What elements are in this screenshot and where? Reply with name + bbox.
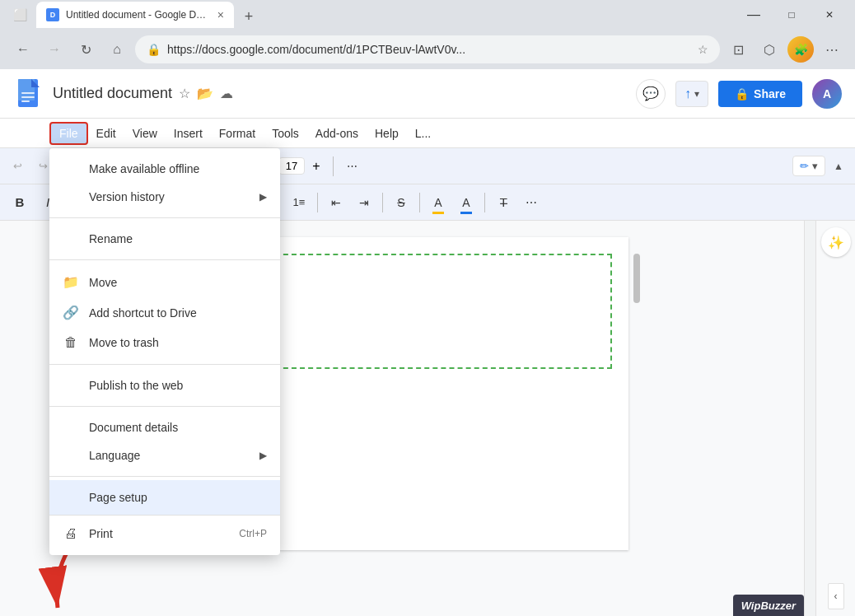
reload-button[interactable]: ↻ xyxy=(72,36,99,63)
collapse-toolbar-button[interactable]: ▲ xyxy=(829,156,848,176)
cloud-save-icon: ☁ xyxy=(220,86,233,101)
user-avatar[interactable]: A xyxy=(812,79,842,109)
outdent-button[interactable]: ⇤ xyxy=(323,189,349,216)
bold-button[interactable]: B xyxy=(7,189,33,216)
more-format-button[interactable]: ⋯ xyxy=(518,189,544,216)
move-to-button[interactable]: ↑ ▾ xyxy=(675,81,708,107)
active-tab[interactable]: D Untitled document - Google Doc... × xyxy=(36,2,234,28)
language-arrow-icon: ▶ xyxy=(259,450,267,461)
more-options-icon[interactable]: ⋯ xyxy=(819,36,845,63)
language-item[interactable]: Language ▶ xyxy=(49,441,280,469)
svg-rect-4 xyxy=(21,96,35,98)
menu-edit[interactable]: Edit xyxy=(88,124,124,143)
back-button[interactable]: ← xyxy=(10,36,36,63)
page-setup-item[interactable]: Page setup xyxy=(49,483,280,511)
watermark-text: WipBuzzer xyxy=(741,600,796,612)
rename-item[interactable]: Rename xyxy=(49,225,280,253)
more-options-button[interactable]: ⋯ xyxy=(340,156,364,175)
indent-button[interactable]: ⇥ xyxy=(351,189,377,216)
increase-font-button[interactable]: + xyxy=(306,156,326,176)
move-to-trash-item[interactable]: 🗑 Move to trash xyxy=(49,328,280,357)
numbered-list-button[interactable]: 1≡ xyxy=(286,189,312,216)
move-icon: 📁 xyxy=(63,274,79,290)
document-title[interactable]: Untitled document xyxy=(53,85,172,102)
forward-button[interactable]: → xyxy=(41,36,68,63)
docs-logo xyxy=(13,74,43,114)
page-scroll-indicator xyxy=(633,254,640,303)
bookmark-icon[interactable]: ☆ xyxy=(698,43,708,56)
menu-last-edit[interactable]: L... xyxy=(407,124,439,143)
file-dropdown-menu: Make available offline Version history ▶… xyxy=(49,148,280,555)
print-icon: 🖨 xyxy=(63,526,79,541)
new-tab-button[interactable]: + xyxy=(237,5,260,28)
share-button[interactable]: 🔒 Share xyxy=(718,81,802,107)
menu-format[interactable]: Format xyxy=(211,124,264,143)
version-history-item[interactable]: Version history ▶ xyxy=(49,183,280,211)
right-panel: ✨ ‹ xyxy=(815,221,855,616)
lock-share-icon: 🔒 xyxy=(735,87,749,100)
browser-frame: ⬜ D Untitled document - Google Doc... × … xyxy=(0,0,855,616)
watermark: WipBuzzer xyxy=(733,595,804,616)
publish-to-web-item[interactable]: Publish to the web xyxy=(49,371,280,399)
sidebar-toggle[interactable]: ⬜ xyxy=(7,2,33,28)
lock-icon: 🔒 xyxy=(147,43,161,56)
docs-app: Untitled document ☆ 📂 ☁ 💬 ↑ ▾ 🔒 Share xyxy=(0,69,855,616)
profile-icon[interactable]: 🧩 xyxy=(787,36,814,63)
extensions-icon[interactable]: ⬡ xyxy=(756,36,783,63)
vertical-scrollbar[interactable] xyxy=(804,221,815,616)
menu-help[interactable]: Help xyxy=(367,124,407,143)
trash-icon: 🗑 xyxy=(63,335,79,350)
menu-view[interactable]: View xyxy=(124,124,166,143)
svg-rect-5 xyxy=(21,100,30,102)
maximize-button[interactable]: □ xyxy=(773,2,811,28)
menu-insert[interactable]: Insert xyxy=(166,124,211,143)
tab-search-icon[interactable]: ⊡ xyxy=(725,36,751,63)
make-available-offline-item[interactable]: Make available offline xyxy=(49,155,280,183)
move-dropdown-icon: ▾ xyxy=(694,88,699,100)
minimize-button[interactable]: — xyxy=(735,2,773,28)
assistant-button[interactable]: ✨ xyxy=(821,227,851,257)
close-tab-icon[interactable]: × xyxy=(217,8,224,21)
url-text: https://docs.google.com/document/d/1PCTB… xyxy=(167,43,691,56)
document-details-item[interactable]: Document details xyxy=(49,413,280,441)
collapse-panel-button[interactable]: ‹ xyxy=(828,583,844,609)
print-item[interactable]: 🖨 Print Ctrl+P xyxy=(49,519,280,548)
tab-title: Untitled document - Google Doc... xyxy=(66,9,211,21)
comment-button[interactable]: 💬 xyxy=(636,79,666,109)
add-shortcut-item[interactable]: 🔗 Add shortcut to Drive xyxy=(49,297,280,328)
clear-format-button[interactable]: T̶ xyxy=(490,189,516,216)
print-shortcut: Ctrl+P xyxy=(239,528,267,539)
home-button[interactable]: ⌂ xyxy=(104,36,130,63)
undo-button[interactable]: ↩ xyxy=(7,156,29,175)
star-icon[interactable]: ☆ xyxy=(179,86,190,101)
shortcut-icon: 🔗 xyxy=(63,305,79,320)
menu-addons[interactable]: Add-ons xyxy=(307,124,367,143)
strikethrough-button[interactable]: S xyxy=(388,189,414,216)
tab-docs-icon: D xyxy=(46,8,59,21)
version-arrow-icon: ▶ xyxy=(259,191,267,203)
move-item[interactable]: 📁 Move xyxy=(49,267,280,297)
text-color-button[interactable]: A xyxy=(453,189,479,216)
menu-tools[interactable]: Tools xyxy=(264,124,307,143)
svg-rect-3 xyxy=(21,92,35,94)
close-window-button[interactable]: ✕ xyxy=(811,2,848,28)
highlight-color-button[interactable]: A xyxy=(425,189,451,216)
font-size-input[interactable] xyxy=(278,157,305,175)
menu-file[interactable]: File xyxy=(49,122,88,145)
edit-mode-button[interactable]: ✏ ▾ xyxy=(792,156,825,176)
folder-icon[interactable]: 📂 xyxy=(197,86,213,101)
